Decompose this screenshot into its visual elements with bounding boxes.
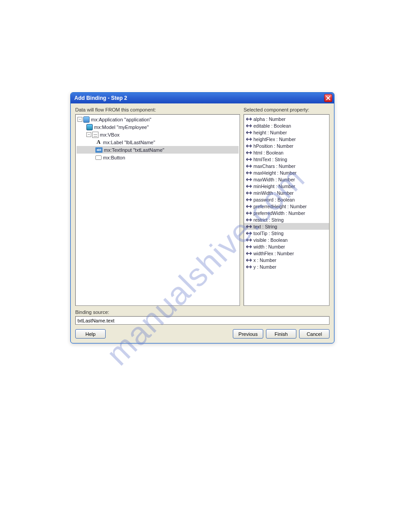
tree-node-label: mx:Model "myEmployee" xyxy=(94,124,149,130)
binding-arrow-icon xyxy=(246,117,252,121)
property-label: preferredWidth : Number xyxy=(253,210,305,216)
button-icon xyxy=(95,155,102,160)
previous-button[interactable]: Previous xyxy=(233,329,263,339)
property-label: height : Number xyxy=(253,130,287,135)
property-label: maxChars : Number xyxy=(253,163,295,169)
close-icon xyxy=(326,96,330,100)
property-label: html : Boolean xyxy=(253,150,283,155)
binding-arrow-icon xyxy=(246,137,252,142)
tree-node-label: mx:TextInput "txtLastName" xyxy=(104,147,164,153)
binding-arrow-icon xyxy=(246,238,252,242)
right-panel-label: Selected component property: xyxy=(244,107,330,112)
close-button[interactable] xyxy=(324,94,332,102)
property-label: widthFlex : Number xyxy=(253,251,294,256)
model-icon xyxy=(86,124,93,130)
property-list[interactable]: alpha : Numbereditable : Booleanheight :… xyxy=(244,115,329,271)
property-label: minHeight : Number xyxy=(253,184,295,189)
property-label: alpha : Number xyxy=(253,116,286,122)
tree-node-button-component[interactable]: mx:Button xyxy=(77,154,239,161)
component-tree-panel: − mx:Application "application" mx:Model … xyxy=(75,114,240,306)
property-row[interactable]: height : Number xyxy=(244,129,329,136)
property-label: maxWidth : Number xyxy=(253,177,295,182)
tree-node-model[interactable]: mx:Model "myEmployee" xyxy=(77,123,239,131)
expander-minus-icon[interactable]: − xyxy=(77,117,82,122)
property-label: toolTip : String xyxy=(253,231,283,236)
binding-arrow-icon xyxy=(246,231,252,236)
property-row[interactable]: text : String xyxy=(244,223,329,230)
component-tree[interactable]: − mx:Application "application" mx:Model … xyxy=(76,115,240,162)
property-label: editable : Boolean xyxy=(253,123,291,129)
property-label: heightFlex : Number xyxy=(253,137,296,142)
binding-source-input[interactable] xyxy=(75,316,330,325)
property-row[interactable]: maxChars : Number xyxy=(244,163,329,169)
binding-arrow-icon xyxy=(246,157,252,162)
property-label: y : Number xyxy=(253,264,276,270)
expander-minus-icon[interactable]: − xyxy=(86,132,91,137)
property-row[interactable]: maxWidth : Number xyxy=(244,176,329,183)
property-row[interactable]: heightFlex : Number xyxy=(244,136,329,142)
binding-source-label: Binding source: xyxy=(75,309,330,315)
binding-arrow-icon xyxy=(246,144,252,148)
application-icon xyxy=(83,116,90,123)
binding-arrow-icon xyxy=(246,245,252,249)
tree-node-vbox[interactable]: − mx:VBox xyxy=(77,131,239,138)
property-label: x : Number xyxy=(253,257,276,263)
binding-arrow-icon xyxy=(246,265,252,269)
property-label: restrict : String xyxy=(253,217,284,223)
left-panel-label: Data will flow FROM this component: xyxy=(75,107,240,112)
binding-arrow-icon xyxy=(246,171,252,175)
property-label: visible : Boolean xyxy=(253,237,287,243)
tree-node-label: mx:Application "application" xyxy=(91,117,151,122)
binding-arrow-icon xyxy=(246,251,252,256)
binding-arrow-icon xyxy=(246,211,252,215)
binding-arrow-icon xyxy=(246,218,252,222)
dialog-body: Data will flow FROM this component: − mx… xyxy=(71,103,334,343)
binding-arrow-icon xyxy=(246,124,252,128)
property-row[interactable]: restrict : String xyxy=(244,216,329,223)
property-list-panel: alpha : Numbereditable : Booleanheight :… xyxy=(244,114,330,306)
property-row[interactable]: minWidth : Number xyxy=(244,189,329,196)
binding-arrow-icon xyxy=(246,150,252,155)
tree-node-application[interactable]: − mx:Application "application" xyxy=(77,116,239,123)
property-row[interactable]: toolTip : String xyxy=(244,230,329,236)
label-icon: A xyxy=(95,139,102,146)
binding-arrow-icon xyxy=(246,197,252,202)
finish-button[interactable]: Finish xyxy=(266,329,296,339)
property-row[interactable]: width : Number xyxy=(244,243,329,250)
help-button[interactable]: Help xyxy=(75,329,106,339)
binding-arrow-icon xyxy=(246,184,252,189)
binding-arrow-icon xyxy=(246,130,252,135)
tree-node-label: mx:VBox xyxy=(100,132,120,137)
property-row[interactable]: password : Boolean xyxy=(244,196,329,203)
property-row[interactable]: x : Number xyxy=(244,257,329,263)
property-row[interactable]: editable : Boolean xyxy=(244,122,329,129)
tree-node-label-component[interactable]: A mx:Label "lblLastName" xyxy=(77,138,239,146)
property-label: maxHeight : Number xyxy=(253,170,296,176)
property-row[interactable]: preferredWidth : Number xyxy=(244,210,329,216)
property-row[interactable]: minHeight : Number xyxy=(244,183,329,189)
binding-arrow-icon xyxy=(246,177,252,182)
tree-node-label: mx:Button xyxy=(103,155,125,160)
tree-node-label: mx:Label "lblLastName" xyxy=(103,140,155,145)
property-row[interactable]: maxHeight : Number xyxy=(244,169,329,176)
window-title: Add Binding - Step 2 xyxy=(74,95,127,101)
dialog-add-binding: Add Binding - Step 2 Data will flow FROM… xyxy=(70,92,334,343)
property-row[interactable]: htmlText : String xyxy=(244,156,329,163)
property-label: text : String xyxy=(253,224,277,229)
property-row[interactable]: hPosition : Number xyxy=(244,142,329,149)
property-row[interactable]: alpha : Number xyxy=(244,116,329,122)
binding-arrow-icon xyxy=(246,204,252,209)
tree-node-textinput[interactable]: abI mx:TextInput "txtLastName" xyxy=(77,146,239,154)
property-row[interactable]: preferredHeight : Number xyxy=(244,203,329,210)
titlebar: Add Binding - Step 2 xyxy=(71,93,334,103)
property-row[interactable]: y : Number xyxy=(244,263,329,270)
cancel-button[interactable]: Cancel xyxy=(299,329,330,339)
vbox-icon xyxy=(92,132,98,138)
property-row[interactable]: widthFlex : Number xyxy=(244,250,329,257)
property-row[interactable]: html : Boolean xyxy=(244,149,329,156)
binding-arrow-icon xyxy=(246,164,252,168)
binding-arrow-icon xyxy=(246,224,252,229)
property-label: minWidth : Number xyxy=(253,190,294,196)
property-row[interactable]: visible : Boolean xyxy=(244,236,329,243)
property-label: htmlText : String xyxy=(253,157,287,162)
